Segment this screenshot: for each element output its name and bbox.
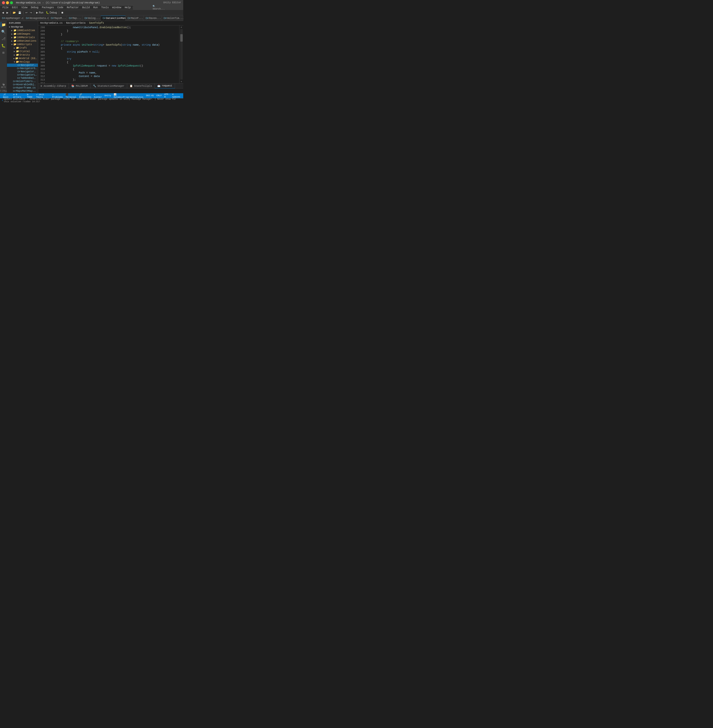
tab-mapmathdata[interactable]: C# Map... ×	[67, 16, 82, 21]
activity-git[interactable]: ⎇	[1, 36, 6, 42]
search-bar[interactable]: 🔍 Search...	[133, 5, 183, 10]
folder-crystal-icon: 📁	[16, 50, 19, 53]
tree-navigatordata[interactable]: C# NavigatorData.cs	[7, 64, 38, 67]
tree-100blockitem[interactable]: ▶ 📁 100BlockItem	[7, 29, 38, 32]
tab-mainpanel[interactable]: C# MainP... ×	[126, 16, 143, 21]
menu-help[interactable]: Help	[123, 6, 132, 9]
scroll-up-arrow[interactable]: ▲	[180, 25, 182, 29]
bottom-tab-mxlibrum[interactable]: 📚 MXLIBRUM	[69, 84, 91, 88]
code-line: {	[49, 61, 177, 64]
tree-100animations[interactable]: ▶ 📁 100animations	[7, 39, 38, 43]
code-line: // <summary>	[49, 40, 177, 43]
menu-packages[interactable]: Packages	[40, 6, 55, 9]
status-left: ⎇ main ⊘ 0 errors ⊡ TODO ✓ Unit Tests ⚠ …	[2, 93, 64, 98]
tree-100materials[interactable]: ▶ 📁 100Materials	[7, 36, 38, 39]
menu-view[interactable]: View	[20, 6, 29, 9]
status-unit-tests[interactable]: ✓ Unit Tests	[35, 93, 51, 98]
time-display: 16:28	[0, 90, 5, 92]
tree-gravity[interactable]: ▶ 📁 Gravity	[7, 53, 38, 57]
tree-hoverableobject[interactable]: C# HoverableObject.cs	[7, 83, 38, 86]
tree-navigatorjson[interactable]: C# NavigatorJson.cs	[7, 70, 38, 73]
code-content[interactable]: newAttributePanel.EnableUploadButton(); …	[47, 25, 179, 83]
bottom-tab-statetollpls[interactable]: 📋 StateTollpls	[127, 84, 155, 88]
close-button[interactable]	[2, 1, 5, 4]
tree-100scripts[interactable]: ▼ 📂 100Scripts	[7, 43, 38, 46]
status-problems[interactable]: ⚠ Problems	[51, 93, 64, 98]
minimize-button[interactable]	[6, 1, 9, 4]
menu-build[interactable]: Build	[81, 6, 91, 9]
bottom-tab-assembly[interactable]: ⚙ Assembly-CSharp	[38, 84, 69, 88]
toolbar-redo[interactable]: ↪	[29, 11, 33, 14]
status-endpoints[interactable]: 🔗 Endpoints	[78, 93, 92, 98]
activity-extensions[interactable]: ⊞	[1, 50, 6, 55]
status-terminal[interactable]: ⬛ Terminal	[64, 93, 78, 98]
menu-run[interactable]: Run	[92, 6, 99, 9]
tree-solution[interactable]: ▼ HexNgram	[7, 25, 38, 29]
tab-appmanager[interactable]: C# AppManager.cs ×	[0, 16, 24, 21]
status-sunner[interactable]: ☀ Sunner	[93, 93, 103, 98]
title-bar-right: Unity Editor	[163, 1, 181, 4]
status-encoding[interactable]: CRLF	[155, 94, 163, 97]
code-line: {	[49, 68, 177, 71]
tree-hyperframe[interactable]: C# Hyperframe.cs	[7, 86, 38, 90]
status-unity[interactable]: Unity	[103, 94, 112, 97]
status-position[interactable]: 302:41	[145, 94, 155, 97]
activity-explorer[interactable]: 📁	[1, 22, 6, 27]
menu-debug[interactable]: Debug	[30, 6, 40, 9]
tab-raveattribute[interactable]: C# RaveA... ×	[143, 16, 161, 21]
tab-dataactionmanager[interactable]: C# DataActionManager.cs ×	[101, 16, 126, 21]
tab-holontimers[interactable]: C# HolonTim... ×	[162, 16, 183, 21]
menu-edit[interactable]: Edit	[10, 6, 19, 9]
status-spaces[interactable]: 4 spaces	[171, 93, 181, 98]
menu-file[interactable]: File	[1, 6, 10, 9]
menu-tools[interactable]: Tools	[100, 6, 110, 9]
tree-hexlogy[interactable]: ▼ 📂 Hexlogy	[7, 60, 38, 64]
code-line: Content = data	[49, 75, 177, 78]
code-line: newAttributePanel.EnableUploadButton();	[49, 26, 177, 30]
tab-hexagondata[interactable]: C# HexagonData.cs ×	[24, 16, 49, 21]
menu-window[interactable]: Window	[111, 6, 123, 9]
toolbar-debug[interactable]: 🐛 Debug	[45, 11, 58, 14]
tab-hologramicstate[interactable]: C# Holog... ×	[82, 16, 100, 21]
activity-search[interactable]: 🔍	[1, 29, 6, 34]
menu-refactor[interactable]: Refactor	[65, 6, 80, 9]
toolbar-open[interactable]: 📂	[12, 11, 17, 14]
menu-code[interactable]: Code	[56, 6, 65, 9]
tree-navigatorlistnew[interactable]: C# NavigatorListNew.cs	[7, 73, 38, 76]
tree-crystal[interactable]: ▶ 📁 Crystal	[7, 49, 38, 53]
breadcrumb-class[interactable]: NavigatorData	[66, 22, 85, 24]
scroll-track[interactable]	[180, 29, 183, 79]
status-dynamic[interactable]: 📊 DynamicProgramAnalysis	[113, 93, 144, 98]
status-errors[interactable]: ⊘ 0 errors	[12, 93, 25, 98]
tree-holontimers[interactable]: C# HolonTimers.cs	[7, 80, 38, 83]
tree-hexgrid[interactable]: ▶ 📁 HexGrid (Editor)	[7, 57, 38, 60]
cs-icon-6: C#	[13, 80, 16, 83]
tree-craft[interactable]: ▶ 📁 Craft	[7, 46, 38, 49]
toolbar-undo[interactable]: ↩	[24, 11, 28, 14]
toolbar-stop[interactable]: ⏹	[60, 11, 64, 14]
window-title: HexNgramData.cs - (C:\Users\singb\Deskto…	[16, 1, 100, 4]
toolbar-save[interactable]: 💾	[17, 11, 22, 14]
status-todo[interactable]: ⊡ TODO	[26, 93, 35, 98]
cs-icon-4: C#	[17, 74, 20, 76]
tab-mapsmathmap[interactable]: C# MapsM... ×	[49, 16, 67, 21]
maximize-button[interactable]	[10, 1, 13, 4]
toolbar-back[interactable]: ◀	[1, 11, 5, 14]
tree-tabbeddatetimes[interactable]: C# TabbedDateTimes.cs	[7, 76, 38, 80]
status-language[interactable]: UTF-8	[163, 93, 171, 98]
breadcrumb-file[interactable]: HexNgramData.cs	[40, 22, 63, 24]
bottom-tab-stateactionmanager[interactable]: 🔧 StateActionManager	[91, 84, 127, 88]
code-line: }	[49, 33, 177, 36]
folder-icon-4: 📁	[13, 39, 16, 42]
tree-navigatorobjectlist[interactable]: C# NavigatorObjectList.cs	[7, 67, 38, 70]
activity-debug[interactable]: 🐛	[1, 43, 6, 48]
tree-100images[interactable]: ▶ 📁 100Images	[7, 32, 38, 36]
scroll-down-arrow[interactable]: ▼	[180, 80, 182, 83]
toolbar-forward[interactable]: ▶	[6, 11, 9, 14]
toolbar-run[interactable]: ▶ Run	[35, 11, 45, 14]
breadcrumb-method[interactable]: SaveToIpfs	[89, 22, 104, 24]
tree-mapsmathmap[interactable]: C# MapsMathMap.cs	[7, 90, 38, 93]
cs-icon-7: C#	[13, 84, 16, 86]
bottom-tab-request[interactable]: 📩 request	[155, 84, 175, 88]
status-git[interactable]: ⎇ main	[2, 93, 12, 98]
